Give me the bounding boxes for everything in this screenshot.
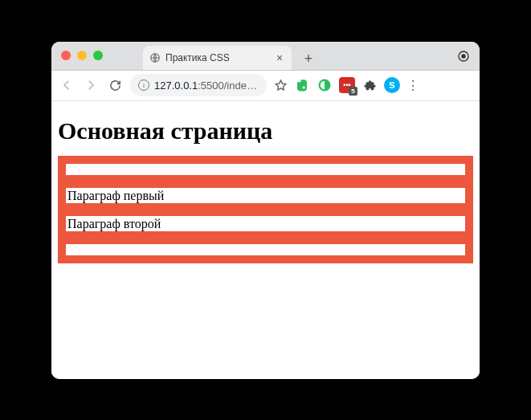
minimize-window-button[interactable] bbox=[77, 51, 87, 60]
tab-close-icon[interactable]: × bbox=[274, 51, 285, 64]
titlebar: Практика CSS × + bbox=[51, 42, 480, 71]
extension-evernote-icon[interactable] bbox=[294, 77, 310, 93]
tab-strip: Практика CSS × + bbox=[143, 42, 319, 70]
tab-title: Практика CSS bbox=[165, 52, 269, 63]
toolbar: i 127.0.0.1:5500/index.h… ••• 5 S ⋮ bbox=[51, 71, 480, 101]
extension-adblock-icon[interactable] bbox=[317, 77, 333, 93]
extension-skype-icon[interactable]: S bbox=[384, 77, 400, 93]
paragraph-1: Параграф первый bbox=[66, 188, 465, 203]
site-info-icon[interactable]: i bbox=[138, 80, 149, 91]
extension-lastpass-icon[interactable]: ••• 5 bbox=[339, 77, 355, 93]
address-bar[interactable]: i 127.0.0.1:5500/index.h… bbox=[130, 74, 267, 96]
back-button[interactable] bbox=[58, 76, 76, 94]
page-heading: Основная страница bbox=[58, 117, 473, 145]
extensions-menu-icon[interactable] bbox=[361, 77, 378, 93]
url-text: 127.0.0.1:5500/index.h… bbox=[154, 80, 259, 92]
kebab-menu-icon[interactable]: ⋮ bbox=[406, 78, 419, 93]
new-tab-button[interactable]: + bbox=[298, 49, 319, 70]
forward-button[interactable] bbox=[82, 76, 100, 94]
close-window-button[interactable] bbox=[61, 51, 71, 60]
browser-window: Практика CSS × + i 127.0.0.1:5500/index.… bbox=[51, 42, 480, 379]
account-icon[interactable] bbox=[457, 50, 470, 63]
blank-line-bottom bbox=[66, 244, 465, 255]
page-body: Основная страница Параграф первый Парагр… bbox=[51, 101, 480, 270]
tab-active[interactable]: Практика CSS × bbox=[143, 46, 292, 70]
reload-button[interactable] bbox=[106, 76, 124, 94]
url-path: :5500/index.h… bbox=[198, 80, 259, 92]
page-viewport: Основная страница Параграф первый Парагр… bbox=[51, 101, 480, 379]
extension-badge: 5 bbox=[349, 87, 357, 96]
content-box: Параграф первый Параграф второй bbox=[58, 156, 473, 263]
blank-line-top bbox=[66, 164, 465, 175]
svg-point-2 bbox=[461, 54, 465, 58]
url-host: 127.0.0.1 bbox=[154, 80, 198, 92]
window-controls bbox=[51, 51, 103, 60]
globe-icon bbox=[149, 52, 161, 63]
maximize-window-button[interactable] bbox=[93, 51, 103, 60]
paragraph-2: Параграф второй bbox=[66, 216, 465, 231]
bookmark-star-icon[interactable] bbox=[273, 78, 288, 92]
